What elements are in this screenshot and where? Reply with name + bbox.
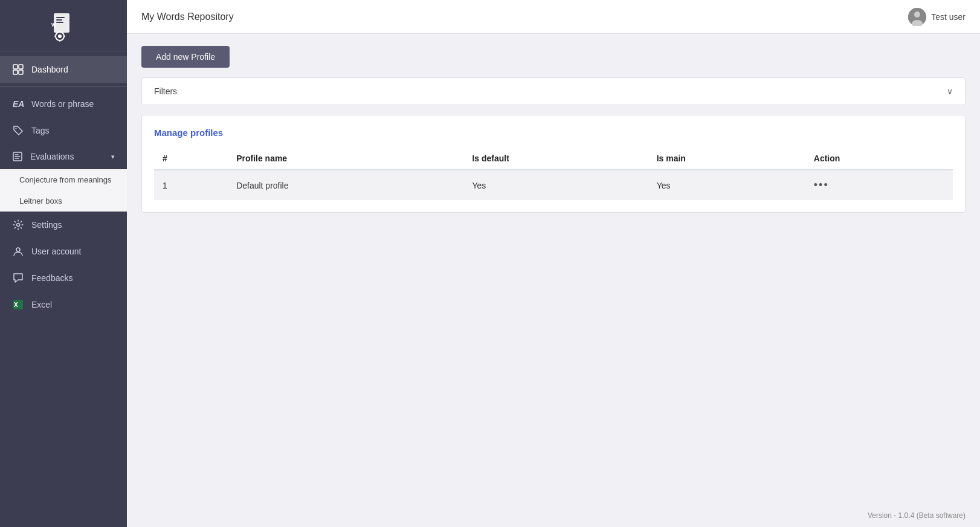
svg-rect-3 bbox=[56, 22, 63, 23]
main-area: My Words Repository Test user Add new Pr… bbox=[127, 0, 980, 527]
sidebar-item-feedbacks[interactable]: Feedbacks bbox=[0, 265, 127, 291]
cell-action[interactable]: ••• bbox=[805, 170, 953, 200]
submenu-item-conjecture[interactable]: Conjecture from meanings bbox=[0, 169, 127, 190]
excel-icon: X bbox=[12, 299, 24, 311]
sidebar-item-tags[interactable]: Tags bbox=[0, 117, 127, 144]
svg-point-23 bbox=[914, 11, 920, 18]
feedback-icon bbox=[12, 272, 24, 284]
sidebar-item-label: User account bbox=[31, 247, 81, 256]
sidebar-item-label: Dashbord bbox=[31, 65, 68, 74]
sidebar-nav: Dashbord EA Words or phrase Tags bbox=[0, 51, 127, 527]
filters-label: Filters bbox=[154, 86, 177, 96]
table-header-row: # Profile name Is default Is main Action bbox=[154, 147, 953, 170]
sidebar: W Dashbord bbox=[0, 0, 127, 527]
cell-is-default: Yes bbox=[463, 170, 648, 200]
sidebar-item-label: Words or phrase bbox=[31, 99, 94, 109]
page-title: My Words Repository bbox=[141, 11, 234, 22]
col-is-main: Is main bbox=[648, 147, 805, 170]
avatar bbox=[908, 8, 926, 26]
header: My Words Repository Test user bbox=[127, 0, 980, 34]
user-name-label: Test user bbox=[931, 12, 965, 22]
sidebar-item-settings[interactable]: Settings bbox=[0, 212, 127, 238]
cell-is-main: Yes bbox=[648, 170, 805, 200]
dashboard-icon bbox=[12, 63, 24, 76]
svg-rect-12 bbox=[19, 65, 23, 69]
manage-profiles-section: Manage profiles # Profile name Is defaul… bbox=[141, 115, 965, 213]
svg-rect-2 bbox=[56, 19, 62, 21]
table-body: 1 Default profile Yes Yes ••• bbox=[154, 170, 953, 200]
filters-bar[interactable]: Filters ∨ bbox=[141, 77, 965, 105]
sidebar-item-label: Feedbacks bbox=[31, 273, 73, 283]
profiles-table: # Profile name Is default Is main Action… bbox=[154, 147, 953, 200]
evaluations-icon bbox=[12, 151, 23, 162]
sidebar-item-label: Settings bbox=[31, 220, 62, 230]
chevron-down-icon: ▾ bbox=[111, 153, 115, 161]
table-row: 1 Default profile Yes Yes ••• bbox=[154, 170, 953, 200]
evaluations-submenu: Conjecture from meanings Leitner boxs bbox=[0, 169, 127, 212]
col-action: Action bbox=[805, 147, 953, 170]
col-is-default: Is default bbox=[463, 147, 648, 170]
sidebar-item-label: Excel bbox=[31, 300, 52, 309]
sidebar-item-dashboard[interactable]: Dashbord bbox=[0, 56, 127, 83]
svg-point-18 bbox=[17, 224, 20, 227]
user-icon bbox=[12, 245, 24, 257]
version-label: Version - 1.0.4 (Beta software) bbox=[868, 511, 965, 520]
col-num: # bbox=[154, 147, 228, 170]
footer: Version - 1.0.4 (Beta software) bbox=[127, 504, 980, 527]
logo-area: W bbox=[0, 0, 127, 51]
manage-profiles-title: Manage profiles bbox=[154, 128, 953, 138]
svg-text:EA: EA bbox=[13, 99, 24, 109]
svg-point-16 bbox=[16, 128, 17, 129]
sidebar-item-label: Tags bbox=[31, 126, 50, 135]
cell-num: 1 bbox=[154, 170, 228, 200]
sidebar-item-excel[interactable]: X Excel bbox=[0, 291, 127, 318]
tags-icon bbox=[12, 124, 24, 137]
svg-rect-7 bbox=[59, 31, 60, 33]
words-icon: EA bbox=[12, 98, 24, 110]
svg-rect-13 bbox=[13, 70, 18, 74]
svg-rect-14 bbox=[19, 70, 23, 74]
col-profile-name: Profile name bbox=[228, 147, 463, 170]
svg-rect-1 bbox=[56, 17, 65, 18]
content-area: Add new Profile Filters ∨ Manage profile… bbox=[127, 34, 980, 504]
svg-point-19 bbox=[16, 248, 20, 251]
svg-text:W: W bbox=[51, 22, 57, 28]
submenu-item-leitner[interactable]: Leitner boxs bbox=[0, 190, 127, 212]
action-menu-button[interactable]: ••• bbox=[814, 179, 829, 191]
cell-profile-name: Default profile bbox=[228, 170, 463, 200]
sidebar-item-evaluations[interactable]: Evaluations ▾ bbox=[0, 144, 127, 169]
user-info[interactable]: Test user bbox=[908, 8, 965, 26]
svg-text:X: X bbox=[14, 302, 18, 308]
svg-rect-9 bbox=[54, 36, 56, 37]
sidebar-item-user-account[interactable]: User account bbox=[0, 238, 127, 265]
svg-rect-10 bbox=[63, 36, 65, 37]
add-profile-button[interactable]: Add new Profile bbox=[141, 46, 230, 68]
app-logo: W bbox=[48, 11, 79, 42]
sidebar-item-label: Evaluations bbox=[30, 152, 74, 161]
svg-rect-8 bbox=[59, 40, 60, 42]
svg-rect-11 bbox=[13, 65, 18, 69]
chevron-down-icon: ∨ bbox=[947, 86, 953, 96]
svg-point-6 bbox=[58, 34, 62, 38]
sidebar-item-words[interactable]: EA Words or phrase bbox=[0, 91, 127, 117]
settings-icon bbox=[12, 219, 24, 231]
table-header: # Profile name Is default Is main Action bbox=[154, 147, 953, 170]
